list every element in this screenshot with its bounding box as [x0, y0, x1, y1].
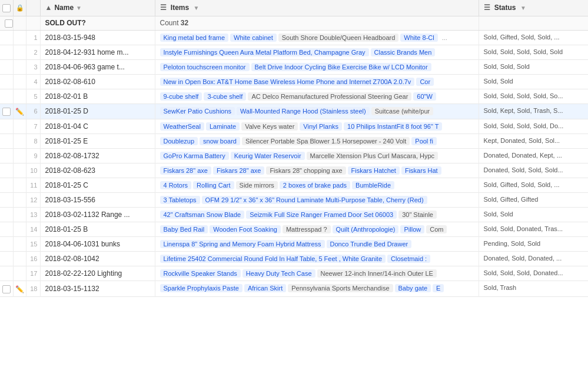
item-tag: Side mirrors [236, 181, 278, 189]
row-checkbox[interactable] [2, 285, 11, 293]
check-cell[interactable] [0, 237, 13, 252]
item-tag: Sparkle Prophylaxis Paste [160, 284, 242, 292]
item-tag: Laminate [206, 122, 240, 131]
row-number: 16 [26, 252, 40, 266]
item-tag: E [433, 284, 444, 292]
item-tag: Heavy Duty Tech Case [242, 269, 315, 278]
lock-cell: ✏️ [13, 281, 26, 297]
check-cell[interactable] [0, 208, 13, 222]
check-cell[interactable] [0, 134, 13, 149]
item-tag: 2 boxes of brake pads [280, 181, 350, 189]
row-number: 7 [26, 119, 40, 134]
items-cell: King metal bed frameWhite cabinetSouth S… [155, 30, 479, 45]
item-tag: Neewer 12-inch Inner/14-inch Outer LE [317, 269, 437, 278]
item-tag: snow board [200, 137, 240, 145]
header-status[interactable]: ☰ Status ▼ [479, 0, 588, 16]
table-row: 17 2018-02-22-120 Lighting Rockville Spe… [0, 266, 588, 281]
item-tag: 42" Craftsman Snow Blade [160, 211, 245, 219]
row-number: 11 [26, 178, 40, 193]
lock-cell [13, 193, 26, 208]
check-cell[interactable] [0, 59, 13, 74]
check-cell[interactable] [0, 222, 13, 237]
item-tag: Rockville Speaker Stands [160, 269, 241, 278]
check-cell[interactable] [0, 89, 13, 103]
item-tag: Cor [416, 78, 434, 86]
item-tag: Wall-Mounted Range Hood (Stainless steel… [237, 107, 370, 115]
item-tag: Fiskars 28" chopping axe [266, 166, 346, 175]
name-cell: 2018-02-08-623 [40, 163, 155, 178]
row-number: 4 [26, 74, 40, 89]
item-tag: 3 Tabletops [160, 196, 200, 204]
row-number: 18 [26, 281, 40, 297]
status-cell: Sold, Sold, Sold, Sold, Do... [479, 119, 588, 134]
items-cell: SewKer Patio CushionsWall-Mounted Range … [155, 103, 479, 119]
name-cell: 2018-04-06-1031 bunks [40, 237, 155, 252]
status-cell: Sold, Sold [479, 208, 588, 222]
table-row: 11 2018-01-25 C 4 RotorsRolling CartSide… [0, 178, 588, 193]
table-body: SOLD OUT? Count 32 1 2018-03-15-948 King… [0, 16, 588, 296]
items-cell: Linenspa 8" Spring and Memory Foam Hybri… [155, 237, 479, 252]
status-cell: Sold, Sold, Sold, Sold, Sold [479, 45, 588, 59]
check-cell[interactable] [0, 266, 13, 281]
lock-cell [13, 222, 26, 237]
item-tag: Valve Keys water [241, 122, 298, 131]
lock-cell: ✏️ [13, 103, 26, 119]
items-cell: Lifetime 25402 Commercial Round Fold In … [155, 252, 479, 266]
status-cell: Sold, Trash [479, 281, 588, 297]
item-tag: Closetmaid : [387, 255, 430, 263]
check-cell[interactable] [0, 252, 13, 266]
item-tag: Baby gate [395, 284, 431, 292]
header-checkbox[interactable] [2, 4, 11, 12]
items-cell: Fiskars 28" axeFiskars 28" axeFiskars 28… [155, 163, 479, 178]
lock-cell [13, 89, 26, 103]
items-cell: Rockville Speaker StandsHeavy Duty Tech … [155, 266, 479, 281]
name-cell: 2018-02-22-120 Lighting [40, 266, 155, 281]
check-cell[interactable] [0, 178, 13, 193]
item-tag: New in Open Box: AT&T Home Base Wireless… [160, 78, 415, 86]
header-name[interactable]: ▲ Name ▼ [40, 0, 155, 16]
name-cell: 2018-02-08-1042 [40, 252, 155, 266]
items-cell: GoPro Karma BatteryKeurig Water Reservoi… [155, 149, 479, 163]
check-cell[interactable] [0, 74, 13, 89]
subheader-check[interactable] [0, 16, 13, 30]
table-row: ✏️ 18 2018-03-15-1132 Sparkle Prophylaxi… [0, 281, 588, 297]
name-cell: 2018-01-25 E [40, 134, 155, 149]
status-sort-icon[interactable]: ▼ [520, 5, 526, 11]
lock-cell [13, 74, 26, 89]
item-tag: African Skirt [244, 284, 286, 292]
check-cell[interactable] [0, 119, 13, 134]
lock-cell [13, 266, 26, 281]
check-cell[interactable] [0, 281, 13, 297]
row-checkbox[interactable] [2, 108, 11, 116]
check-cell[interactable] [0, 45, 13, 59]
subheader-checkbox[interactable] [5, 19, 13, 28]
header-check[interactable] [0, 0, 13, 16]
items-sort-icon[interactable]: ▼ [194, 5, 200, 11]
check-cell[interactable] [0, 163, 13, 178]
table-row: 2 2018-04-12-931 home m... Instyle Furni… [0, 45, 588, 59]
header-items-label: Items [171, 4, 189, 12]
item-tag: Lifetime 25402 Commercial Round Fold In … [160, 255, 386, 263]
edit-icon[interactable]: ✏️ [15, 108, 24, 116]
lock-cell [13, 149, 26, 163]
item-tag: 4 Rotors [160, 181, 192, 189]
check-cell[interactable] [0, 30, 13, 45]
row-number: 2 [26, 45, 40, 59]
name-cell: 2018-01-25 D [40, 103, 155, 119]
name-sort-icon[interactable]: ▼ [76, 5, 82, 11]
item-tag: 60"W [413, 92, 436, 101]
check-cell[interactable] [0, 103, 13, 119]
check-cell[interactable] [0, 149, 13, 163]
item-tag: AC Delco Remanufactured Professional Ste… [248, 92, 411, 101]
row-number: 17 [26, 266, 40, 281]
status-cell: Kept, Donated, Sold, Sol... [479, 134, 588, 149]
header-items[interactable]: ☰ Items ▼ [155, 0, 479, 16]
row-number: 12 [26, 193, 40, 208]
check-cell[interactable] [0, 193, 13, 208]
items-cell: 3 TabletopsOFM 29 1/2" x 36" x 36" Round… [155, 193, 479, 208]
edit-icon[interactable]: ✏️ [15, 285, 24, 293]
row-number: 15 [26, 237, 40, 252]
subheader-count: Count 32 [155, 16, 479, 30]
item-tag: WeatherSeal [160, 122, 204, 131]
main-table-container: 🔒 ▲ Name ▼ ☰ Items ▼ ☰ Statu [0, 0, 588, 297]
